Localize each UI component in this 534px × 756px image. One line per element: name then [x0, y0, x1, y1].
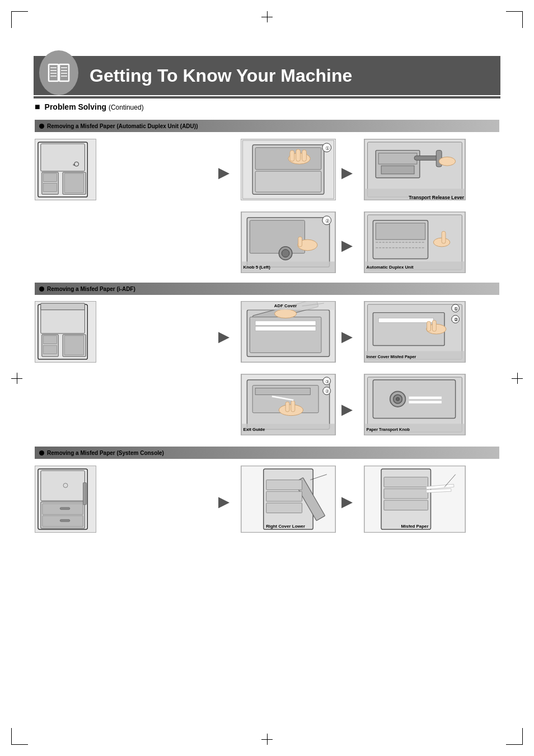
section-continued: (Continued) [109, 104, 144, 111]
crosshair-top [261, 11, 273, 22]
iadf-step5-svg: Paper Transport Knob [364, 374, 465, 435]
section-divider [34, 96, 500, 98]
subsection-label-adu: Removing a Misfed Paper (Automatic Duple… [35, 123, 198, 129]
corner-mark-br [506, 728, 523, 745]
svg-rect-27 [302, 150, 307, 162]
section-title: ■ Problem Solving (Continued) [35, 102, 144, 112]
arrow-adu-2: ▶ [341, 165, 352, 181]
sysconsole-machine-thumb [35, 466, 96, 533]
bullet-adu [39, 124, 44, 129]
adu-step5-svg: Automatic Duplex Unit [364, 212, 465, 273]
crosshair-left [11, 373, 22, 384]
iadf-step3-img: ① ② Inner Cover Misfed Paper [364, 301, 466, 363]
svg-text:Exit Guide: Exit Guide [243, 427, 265, 432]
svg-rect-94 [255, 388, 310, 395]
svg-text:②: ② [454, 317, 458, 322]
iadf-step3-svg: ① ② Inner Cover Misfed Paper [364, 302, 465, 362]
page-title: Getting To Know Your Machine [90, 65, 352, 86]
svg-rect-73 [255, 326, 316, 331]
svg-point-37 [439, 157, 455, 166]
svg-rect-57 [442, 231, 446, 243]
subsection-bar-adu: Removing a Misfed Paper (Automatic Duple… [35, 120, 499, 132]
section-title-text: Problem Solving [45, 102, 106, 111]
svg-rect-84 [432, 320, 436, 331]
svg-text:Paper Transport Knob: Paper Transport Knob [367, 427, 410, 432]
iadf-step2-svg: ADF Cover [241, 302, 335, 362]
svg-rect-116 [41, 471, 85, 501]
iadf-machine-thumb [35, 301, 96, 363]
svg-text:①: ① [454, 307, 458, 312]
svg-rect-134 [384, 477, 428, 487]
svg-text:Right Cover Lower: Right Cover Lower [266, 524, 305, 529]
svg-text:②: ② [325, 389, 329, 394]
svg-rect-122 [83, 483, 86, 505]
svg-rect-120 [60, 508, 70, 510]
svg-rect-16 [44, 184, 57, 192]
corner-mark-tl [11, 11, 28, 28]
adu-step2-svg: ① [241, 139, 335, 200]
svg-rect-112 [409, 401, 442, 403]
page-header: Getting To Know Your Machine [34, 56, 500, 95]
crosshair-bottom [261, 734, 273, 745]
section-bullet: ■ [35, 102, 40, 111]
adu-machine-svg: ⊕ [35, 139, 96, 200]
bullet-iadf [39, 287, 44, 292]
adu-machine-thumb: ⊕ [35, 139, 96, 200]
arrow-iadf-3: ▶ [341, 402, 352, 417]
bullet-sysconsole [39, 450, 44, 456]
book-icon [48, 63, 70, 82]
adu-step2-img: ① [241, 139, 336, 200]
svg-rect-72 [255, 321, 316, 325]
svg-rect-34 [381, 166, 414, 174]
svg-rect-15 [44, 173, 57, 182]
iadf-step5-img: Paper Transport Knob [364, 374, 466, 435]
svg-rect-129 [266, 503, 302, 513]
svg-rect-26 [296, 149, 301, 162]
adu-step3-svg [364, 139, 465, 200]
sysconsole-step2-img: Right Cover Lower [241, 466, 336, 533]
svg-rect-65 [44, 336, 57, 344]
svg-rect-111 [409, 396, 442, 399]
svg-rect-96 [285, 402, 289, 412]
crosshair-right [512, 373, 523, 384]
subsection-label-sysconsole: Removing a Misfed Paper (System Console) [35, 450, 164, 456]
svg-rect-62 [41, 303, 85, 310]
svg-text:Inner Cover  Misfed Paper: Inner Cover Misfed Paper [367, 354, 416, 359]
svg-rect-17 [64, 173, 83, 192]
subsection-bar-sysconsole: Removing a Misfed Paper (System Console) [35, 447, 499, 459]
sysconsole-step3-svg: Misfed Paper [364, 466, 465, 532]
svg-text:ADF Cover: ADF Cover [274, 303, 297, 308]
svg-text:Misfed Paper: Misfed Paper [401, 524, 429, 529]
arrow-adu-3: ▶ [341, 238, 352, 253]
sysconsole-machine-svg [35, 466, 96, 532]
svg-rect-25 [290, 151, 294, 162]
subsection-bar-iadf: Removing a Misfed Paper (i-ADF) [35, 283, 499, 295]
svg-rect-61 [41, 306, 85, 334]
svg-rect-135 [384, 489, 428, 499]
corner-mark-bl [11, 728, 28, 745]
svg-rect-128 [266, 491, 302, 501]
svg-rect-33 [378, 153, 417, 165]
svg-point-74 [274, 309, 296, 318]
adu-step4-img: ② Knob 5 (Left) [241, 212, 336, 273]
svg-rect-0 [49, 64, 58, 81]
svg-rect-53 [376, 223, 425, 240]
sysconsole-step2-svg: Right Cover Lower [241, 466, 335, 532]
svg-text:①: ① [325, 145, 330, 151]
iadf-step2-img: ADF Cover [241, 301, 336, 363]
iadf-machine-svg [35, 302, 96, 362]
svg-rect-127 [266, 480, 302, 490]
svg-rect-97 [291, 401, 295, 412]
iadf-step4-img: ③ ② Exit Guide [241, 374, 336, 435]
svg-rect-1 [59, 64, 69, 81]
adu-step3-img [364, 139, 466, 200]
svg-rect-81 [378, 318, 433, 322]
header-icon [39, 50, 78, 95]
svg-text:Automatic Duplex Unit: Automatic Duplex Unit [367, 265, 414, 270]
corner-mark-tr [506, 11, 523, 28]
arrow-iadf-1: ▶ [218, 329, 228, 345]
arrow-sysconsole-1: ▶ [218, 494, 228, 510]
sysconsole-step3-img: Misfed Paper [364, 466, 466, 533]
svg-text:Knob 5 (Left): Knob 5 (Left) [243, 265, 270, 270]
svg-rect-136 [384, 500, 428, 510]
